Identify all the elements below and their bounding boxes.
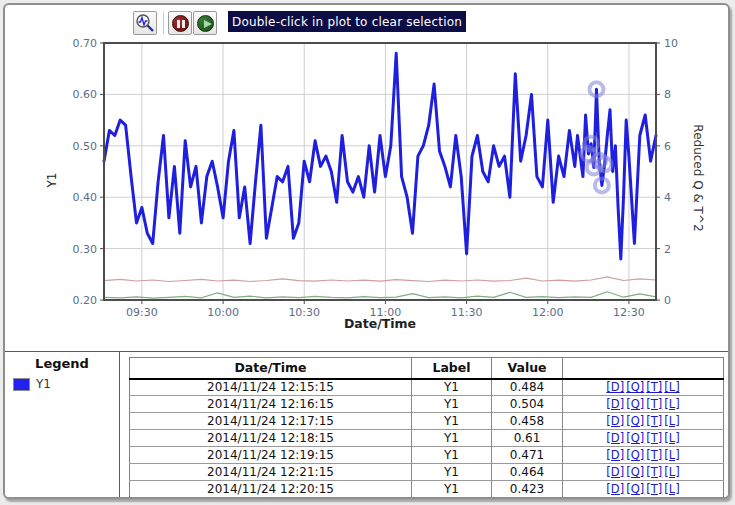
cell-links: [D][Q][T][L]: [563, 430, 724, 447]
table-row: 2014/11/24 12:16:15Y10.504[D][Q][T][L]: [130, 396, 724, 413]
link-t[interactable]: [T]: [646, 414, 662, 428]
link-q[interactable]: [Q]: [626, 448, 644, 462]
cell-links: [D][Q][T][L]: [563, 396, 724, 413]
link-d[interactable]: [D]: [606, 414, 624, 428]
cell-links: [D][Q][T][L]: [563, 481, 724, 498]
y-axis-title-left: Y1: [45, 173, 59, 188]
cell-links: [D][Q][T][L]: [563, 379, 724, 396]
cell-datetime: 2014/11/24 12:15:15: [130, 379, 412, 396]
cell-value: 0.61: [492, 430, 563, 447]
cell-value: 0.464: [492, 464, 563, 481]
link-q[interactable]: [Q]: [626, 465, 644, 479]
link-l[interactable]: [L]: [664, 380, 679, 394]
y-right-tick-label: 10: [664, 37, 678, 50]
link-t[interactable]: [T]: [646, 431, 662, 445]
table-row: 2014/11/24 12:20:15Y10.423[D][Q][T][L]: [130, 481, 724, 498]
cell-links: [D][Q][T][L]: [563, 447, 724, 464]
y-left-tick-label: 0.70: [73, 37, 98, 50]
cell-label: Y1: [412, 464, 492, 481]
table-header-label: Label: [412, 358, 492, 379]
link-d[interactable]: [D]: [606, 448, 624, 462]
link-d[interactable]: [D]: [606, 465, 624, 479]
cell-value: 0.504: [492, 396, 563, 413]
table-row: 2014/11/24 12:15:15Y10.484[D][Q][T][L]: [130, 379, 724, 396]
x-axis-title: Date/Time: [104, 316, 656, 331]
cell-value: 0.423: [492, 481, 563, 498]
cell-datetime: 2014/11/24 12:18:15: [130, 430, 412, 447]
link-t[interactable]: [T]: [646, 448, 662, 462]
cell-label: Y1: [412, 430, 492, 447]
plot-border: [104, 43, 656, 300]
link-d[interactable]: [D]: [606, 431, 624, 445]
legend-item-y1[interactable]: Y1: [13, 377, 119, 391]
link-q[interactable]: [Q]: [626, 482, 644, 496]
legend-box: Legend Y1: [5, 352, 120, 497]
cell-links: [D][Q][T][L]: [563, 464, 724, 481]
table-row: 2014/11/24 12:21:15Y10.464[D][Q][T][L]: [130, 464, 724, 481]
series-line-t2: [104, 277, 656, 282]
link-t[interactable]: [T]: [646, 482, 662, 496]
y-left-tick-label: 0.60: [73, 88, 98, 101]
link-q[interactable]: [Q]: [626, 414, 644, 428]
cell-label: Y1: [412, 396, 492, 413]
cell-datetime: 2014/11/24 12:20:15: [130, 481, 412, 498]
y-right-tick-label: 6: [664, 140, 671, 153]
link-l[interactable]: [L]: [664, 482, 679, 496]
y-axis-title-right: Reduced Q & T^2: [691, 93, 705, 263]
selection-table: Date/TimeLabelValue 2014/11/24 12:15:15Y…: [129, 357, 724, 498]
link-t[interactable]: [T]: [646, 397, 662, 411]
link-q[interactable]: [Q]: [626, 380, 644, 394]
cell-label: Y1: [412, 379, 492, 396]
table-header-date-time: Date/Time: [130, 358, 412, 379]
link-q[interactable]: [Q]: [626, 431, 644, 445]
legend-swatch: [13, 378, 30, 391]
cell-datetime: 2014/11/24 12:21:15: [130, 464, 412, 481]
table-row: 2014/11/24 12:19:15Y10.471[D][Q][T][L]: [130, 447, 724, 464]
table-header-links: [563, 358, 724, 379]
cell-label: Y1: [412, 447, 492, 464]
bottom-panel: Legend Y1 Date/TimeLabelValue 2014/11/24…: [5, 351, 728, 497]
series-line-q: [104, 292, 656, 298]
table-header-row: Date/TimeLabelValue: [130, 358, 724, 379]
link-l[interactable]: [L]: [664, 431, 679, 445]
y-right-tick-label: 4: [664, 191, 671, 204]
y-left-tick-label: 0.30: [73, 243, 98, 256]
y-left-tick-label: 0.50: [73, 140, 98, 153]
cell-label: Y1: [412, 481, 492, 498]
series-line-y1: [104, 53, 656, 259]
table-row: 2014/11/24 12:18:15Y10.61[D][Q][T][L]: [130, 430, 724, 447]
legend-label: Y1: [36, 377, 51, 391]
cell-value: 0.484: [492, 379, 563, 396]
cell-links: [D][Q][T][L]: [563, 413, 724, 430]
y-left-tick-label: 0.20: [73, 294, 98, 307]
legend-title: Legend: [5, 356, 119, 371]
cell-datetime: 2014/11/24 12:19:15: [130, 447, 412, 464]
y-right-tick-label: 0: [664, 294, 671, 307]
cell-datetime: 2014/11/24 12:16:15: [130, 396, 412, 413]
link-d[interactable]: [D]: [606, 397, 624, 411]
link-l[interactable]: [L]: [664, 448, 679, 462]
app-window: Double-click in plot to clear selection …: [3, 3, 730, 499]
y-right-tick-label: 2: [664, 243, 671, 256]
y-left-tick-label: 0.40: [73, 191, 98, 204]
plot-area[interactable]: 0.700.600.500.400.300.20108642009:3010:0…: [5, 5, 730, 351]
link-l[interactable]: [L]: [664, 465, 679, 479]
y-right-tick-label: 8: [664, 88, 671, 101]
link-l[interactable]: [L]: [664, 397, 679, 411]
table-row: 2014/11/24 12:17:15Y10.458[D][Q][T][L]: [130, 413, 724, 430]
cell-value: 0.458: [492, 413, 563, 430]
cell-label: Y1: [412, 413, 492, 430]
link-l[interactable]: [L]: [664, 414, 679, 428]
link-t[interactable]: [T]: [646, 465, 662, 479]
link-d[interactable]: [D]: [606, 380, 624, 394]
chart-region: 0.700.600.500.400.300.20108642009:3010:0…: [5, 5, 730, 351]
table-header-value: Value: [492, 358, 563, 379]
cell-datetime: 2014/11/24 12:17:15: [130, 413, 412, 430]
link-d[interactable]: [D]: [606, 482, 624, 496]
link-t[interactable]: [T]: [646, 380, 662, 394]
link-q[interactable]: [Q]: [626, 397, 644, 411]
cell-value: 0.471: [492, 447, 563, 464]
